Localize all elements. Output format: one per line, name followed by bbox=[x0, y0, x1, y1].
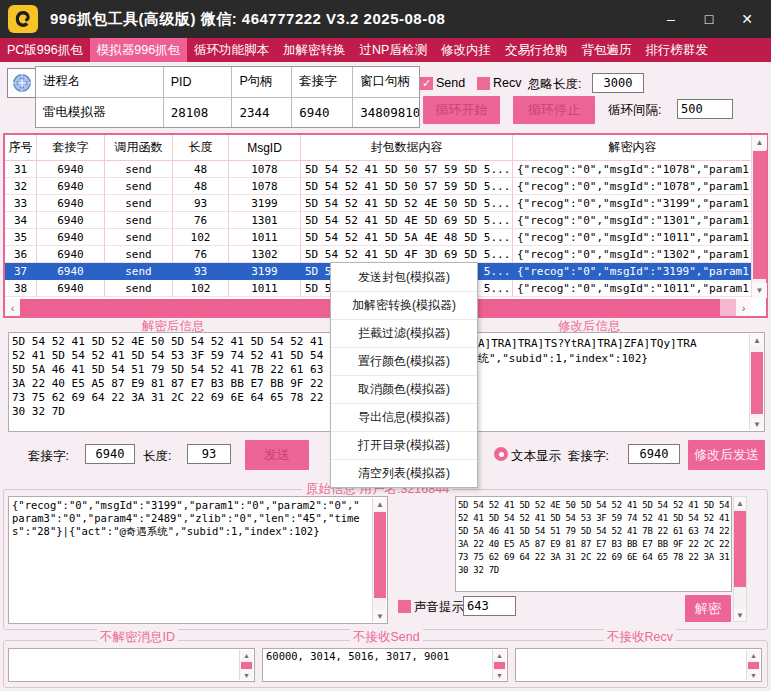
vscroll-thumb[interactable] bbox=[241, 662, 252, 669]
process-socket: 6940 bbox=[292, 98, 353, 127]
recv-checkbox[interactable] bbox=[477, 77, 490, 90]
decrypt-button[interactable]: 解密 bbox=[685, 595, 731, 622]
tab-emulator996[interactable]: 模拟器996抓包 bbox=[90, 38, 187, 62]
cell-decoded: {"recog":"0","msgId":"1301","param1.. bbox=[513, 212, 752, 229]
original-json-vscrollbar[interactable]: ▲ ▼ bbox=[372, 498, 386, 622]
scroll-up-arrow[interactable]: ▲ bbox=[750, 334, 764, 346]
text-display-radio[interactable] bbox=[494, 447, 508, 461]
ignore-length-input[interactable] bbox=[592, 73, 644, 93]
menu-item-encrypt-convert[interactable]: 加解密转换(模拟器) bbox=[331, 291, 477, 319]
scroll-down-arrow[interactable]: ▼ bbox=[493, 670, 506, 680]
no-recv-send-vscrollbar[interactable]: ▲ ▼ bbox=[492, 650, 506, 680]
modified-info-textarea[interactable]: A]TRA]TRA]TS?YtRA]TRA]ZFA]TQy]TRA 统","su… bbox=[455, 332, 765, 432]
scroll-down-arrow[interactable]: ▼ bbox=[373, 610, 387, 622]
scroll-down-arrow[interactable]: ▼ bbox=[734, 609, 746, 621]
packet-table-vscrollbar[interactable]: ▲ ▼ bbox=[751, 135, 766, 298]
packet-row[interactable]: 33 6940 send 93 3199 5D 54 52 41 5D 52 4… bbox=[5, 195, 766, 212]
loop-stop-button[interactable]: 循环停止 bbox=[513, 96, 595, 124]
modified-info-vscrollbar[interactable]: ▲ ▼ bbox=[749, 334, 763, 430]
menu-item-clear-list[interactable]: 清空列表(模拟器) bbox=[331, 459, 477, 487]
send-modified-button[interactable]: 修改后发送 bbox=[688, 440, 765, 470]
vscroll-thumb[interactable] bbox=[494, 662, 505, 669]
no-recv-recv-vscrollbar[interactable]: ▲ ▼ bbox=[746, 650, 760, 680]
send-button[interactable]: 发送 bbox=[245, 440, 309, 470]
menu-item-set-row-color[interactable]: 置行颜色(模拟器) bbox=[331, 347, 477, 375]
scroll-left-arrow[interactable]: ‹ bbox=[5, 299, 20, 316]
packet-row[interactable]: 34 6940 send 76 1301 5D 54 52 41 5D 4E 5… bbox=[5, 212, 766, 229]
menu-item-cancel-color[interactable]: 取消颜色(模拟器) bbox=[331, 375, 477, 403]
close-button[interactable]: ✕ bbox=[737, 10, 757, 28]
cell-socket: 6940 bbox=[37, 178, 105, 195]
tab-np-shield[interactable]: 过NP盾检测 bbox=[353, 38, 434, 62]
length-input[interactable] bbox=[187, 444, 231, 464]
process-table: 进程名 PID P句柄 套接字 窗口句柄 雷电模拟器 28108 2344 69… bbox=[35, 66, 420, 128]
cell-seq: 35 bbox=[5, 229, 37, 246]
vscroll-thumb[interactable] bbox=[751, 352, 763, 414]
original-hex-vscrollbar[interactable]: ▲ ▼ bbox=[733, 496, 747, 622]
menu-item-export-info[interactable]: 导出信息(模拟器) bbox=[331, 403, 477, 431]
scroll-right-arrow[interactable]: › bbox=[736, 299, 751, 316]
cell-func: send bbox=[105, 178, 173, 195]
sound-alert-checkbox[interactable] bbox=[398, 600, 411, 613]
send-checkbox[interactable]: ✓ bbox=[420, 77, 433, 90]
no-decrypt-msgid-text bbox=[9, 649, 254, 651]
cell-func: send bbox=[105, 212, 173, 229]
tab-bag-traverse[interactable]: 背包遍历 bbox=[574, 38, 638, 62]
tab-pc996[interactable]: PC版996抓包 bbox=[0, 38, 90, 62]
process-row[interactable]: 雷电模拟器 28108 2344 6940 34809810 bbox=[36, 97, 419, 127]
scroll-up-arrow[interactable]: ▲ bbox=[747, 650, 760, 660]
cell-msgid: 1302 bbox=[229, 246, 301, 263]
scroll-up-arrow[interactable]: ▲ bbox=[240, 650, 253, 660]
maximize-button[interactable]: □ bbox=[699, 10, 719, 28]
app-window: 996抓包工具(高级版) 微信: 464777222 V3.2 2025-08-… bbox=[0, 0, 771, 691]
cell-socket: 6940 bbox=[37, 246, 105, 263]
cell-msgid: 1078 bbox=[229, 161, 301, 178]
tab-loop-script[interactable]: 循环功能脚本 bbox=[187, 38, 276, 62]
tab-modify-hook[interactable]: 修改内挂 bbox=[434, 38, 498, 62]
tab-encrypt-convert[interactable]: 加解密转换 bbox=[276, 38, 353, 62]
loop-start-button[interactable]: 循环开始 bbox=[423, 96, 500, 124]
socket-input[interactable] bbox=[85, 444, 135, 464]
minimize-button[interactable]: – bbox=[661, 10, 681, 28]
cell-decoded: {"recog":"0","msgId":"1078","param1.. bbox=[513, 161, 752, 178]
packet-row[interactable]: 36 6940 send 76 1302 5D 54 52 41 5D 4F 3… bbox=[5, 246, 766, 263]
cell-socket: 6940 bbox=[37, 229, 105, 246]
no-decrypt-vscrollbar[interactable]: ▲ ▼ bbox=[239, 650, 253, 680]
sound-alert-input[interactable] bbox=[463, 596, 516, 616]
cell-seq: 37 bbox=[5, 263, 37, 280]
packet-row[interactable]: 32 6940 send 48 1078 5D 54 52 41 5D 50 5… bbox=[5, 178, 766, 195]
scroll-down-arrow[interactable]: ▼ bbox=[750, 418, 764, 430]
no-receive-recv-textarea[interactable]: ▲ ▼ bbox=[515, 648, 762, 682]
app-icon bbox=[8, 5, 38, 33]
scroll-up-arrow[interactable]: ▲ bbox=[493, 650, 506, 660]
vscroll-thumb[interactable] bbox=[374, 512, 386, 598]
scroll-down-arrow[interactable]: ▼ bbox=[752, 283, 767, 298]
sound-alert-label: 声音提示 bbox=[414, 599, 464, 616]
original-info-hex-textarea[interactable]: 5D 54 52 41 5D 52 4E 50 5D 54 52 41 5D 5… bbox=[455, 496, 732, 592]
scroll-up-arrow[interactable]: ▲ bbox=[734, 497, 746, 509]
socket2-input[interactable] bbox=[628, 444, 680, 464]
tab-rank-broadcast[interactable]: 排行榜群发 bbox=[638, 38, 715, 62]
no-receive-send-textarea[interactable]: 60000, 3014, 5016, 3017, 9001 ▲ ▼ bbox=[262, 648, 508, 682]
target-picker-button[interactable] bbox=[7, 68, 37, 98]
menu-item-open-directory[interactable]: 打开目录(模拟器) bbox=[331, 431, 477, 459]
scroll-down-arrow[interactable]: ▼ bbox=[747, 670, 760, 680]
col-decrypted: 解密内容 bbox=[513, 135, 752, 160]
vscroll-thumb[interactable] bbox=[753, 151, 766, 279]
no-decrypt-msgid-textarea[interactable]: ▲ ▼ bbox=[8, 648, 255, 682]
original-info-json-textarea[interactable]: {"recog":"0","msgId":"3199","param1":"0"… bbox=[8, 496, 388, 624]
cell-socket: 6940 bbox=[37, 212, 105, 229]
packet-row[interactable]: 35 6940 send 102 1011 5D 54 52 41 5D 5A … bbox=[5, 229, 766, 246]
scroll-up-arrow[interactable]: ▲ bbox=[752, 135, 767, 150]
col-pid: PID bbox=[164, 67, 233, 97]
menu-item-send-packet[interactable]: 发送封包(模拟器) bbox=[331, 263, 477, 291]
cell-seq: 34 bbox=[5, 212, 37, 229]
scroll-down-arrow[interactable]: ▼ bbox=[240, 670, 253, 680]
menu-item-intercept-filter[interactable]: 拦截过滤(模拟器) bbox=[331, 319, 477, 347]
packet-row[interactable]: 31 6940 send 48 1078 5D 54 52 41 5D 50 5… bbox=[5, 161, 766, 178]
vscroll-thumb[interactable] bbox=[748, 662, 759, 669]
scroll-up-arrow[interactable]: ▲ bbox=[373, 498, 387, 510]
tab-market-sniping[interactable]: 交易行抢购 bbox=[498, 38, 575, 62]
vscroll-thumb[interactable] bbox=[734, 511, 746, 587]
loop-interval-input[interactable] bbox=[677, 99, 733, 119]
